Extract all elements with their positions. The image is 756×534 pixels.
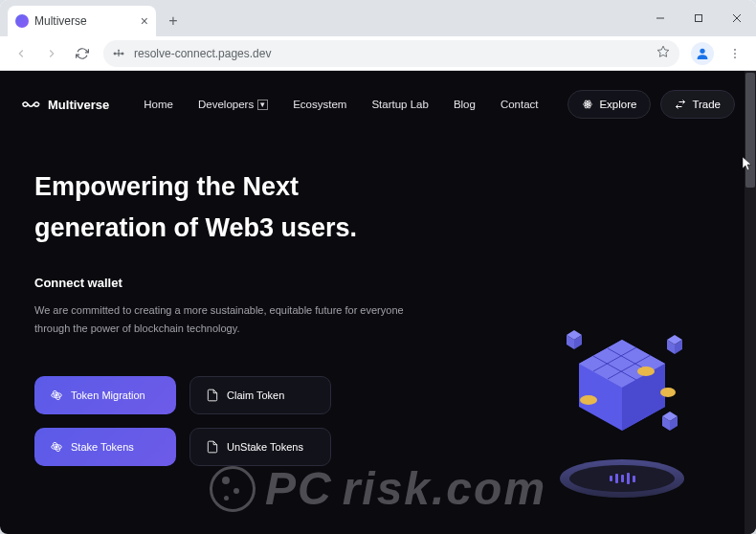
header-actions: Explore Trade xyxy=(567,90,735,119)
atom-icon xyxy=(582,99,593,110)
profile-button[interactable] xyxy=(691,42,714,65)
tab-title: Multiverse xyxy=(34,14,87,28)
svg-point-16 xyxy=(587,103,589,105)
hero-section: Empowering the Next generation of Web3 u… xyxy=(0,119,756,466)
page-content: Multiverse Home Developers ▾ Ecosystem S… xyxy=(0,71,756,534)
minimize-button[interactable] xyxy=(641,0,679,36)
tab-strip: Multiverse × + xyxy=(0,0,756,36)
back-button[interactable] xyxy=(8,40,34,67)
cursor-icon xyxy=(743,157,754,176)
logo-text: Multiverse xyxy=(48,98,109,112)
document-icon xyxy=(206,389,219,402)
site-info-icon[interactable] xyxy=(113,47,126,60)
nav-blog[interactable]: Blog xyxy=(454,99,476,110)
watermark-logo-icon xyxy=(210,466,256,512)
close-tab-icon[interactable]: × xyxy=(141,13,148,29)
nav-developers[interactable]: Developers ▾ xyxy=(198,99,268,110)
chevron-down-icon: ▾ xyxy=(257,100,268,110)
trade-button[interactable]: Trade xyxy=(660,90,735,119)
nav-ecosystem[interactable]: Ecosystem xyxy=(293,99,346,110)
explore-button[interactable]: Explore xyxy=(567,90,651,119)
claim-token-button[interactable]: Claim Token xyxy=(189,376,331,414)
nav-startup-lab[interactable]: Startup Lab xyxy=(371,99,428,110)
window-controls xyxy=(641,0,756,36)
nav-home[interactable]: Home xyxy=(144,99,173,110)
reload-button[interactable] xyxy=(69,40,96,67)
page-scrollbar[interactable] xyxy=(745,71,756,534)
svg-point-8 xyxy=(114,53,116,55)
atom-icon xyxy=(50,440,63,454)
svg-point-14 xyxy=(734,53,736,55)
url-text: resolve-connect.pages.dev xyxy=(134,47,271,60)
atom-icon xyxy=(50,389,63,402)
browser-tab[interactable]: Multiverse × xyxy=(8,6,156,36)
browser-window: Multiverse × + xyxy=(0,0,756,534)
svg-point-44 xyxy=(660,388,676,397)
close-window-button[interactable] xyxy=(718,0,756,36)
document-icon xyxy=(206,440,219,454)
svg-point-15 xyxy=(734,56,736,58)
bookmark-icon[interactable] xyxy=(656,45,670,61)
swap-icon xyxy=(675,99,686,110)
hero-title: Empowering the Next generation of Web3 u… xyxy=(34,167,475,249)
stake-tokens-button[interactable]: Stake Tokens xyxy=(34,428,176,466)
svg-point-13 xyxy=(734,49,736,51)
logo-icon xyxy=(21,98,42,111)
svg-point-5 xyxy=(119,50,120,51)
cube-illustration xyxy=(545,297,699,450)
browser-menu-button[interactable] xyxy=(722,40,748,67)
svg-point-12 xyxy=(700,48,704,53)
new-tab-button[interactable]: + xyxy=(160,8,187,34)
unstake-tokens-button[interactable]: UnStake Tokens xyxy=(189,428,331,466)
forward-button[interactable] xyxy=(38,40,65,67)
nav-contact[interactable]: Contact xyxy=(500,99,539,110)
hero-body: We are committed to creating a more sust… xyxy=(34,301,436,337)
svg-point-20 xyxy=(56,394,57,396)
site-logo[interactable]: Multiverse xyxy=(21,98,109,112)
address-bar[interactable]: resolve-connect.pages.dev xyxy=(103,40,679,67)
svg-point-43 xyxy=(580,395,597,405)
svg-point-42 xyxy=(637,367,655,376)
token-migration-button[interactable]: Token Migration xyxy=(34,376,176,414)
site-header: Multiverse Home Developers ▾ Ecosystem S… xyxy=(0,71,756,119)
browser-toolbar: resolve-connect.pages.dev xyxy=(0,36,756,71)
hero-subheading: Connect wallet xyxy=(34,276,722,290)
pedestal-illustration xyxy=(560,459,684,498)
tab-favicon-icon xyxy=(15,14,29,28)
svg-marker-11 xyxy=(657,46,669,56)
svg-point-9 xyxy=(122,53,123,55)
svg-point-23 xyxy=(56,446,57,448)
maximize-button[interactable] xyxy=(679,0,718,36)
svg-rect-1 xyxy=(696,15,702,22)
